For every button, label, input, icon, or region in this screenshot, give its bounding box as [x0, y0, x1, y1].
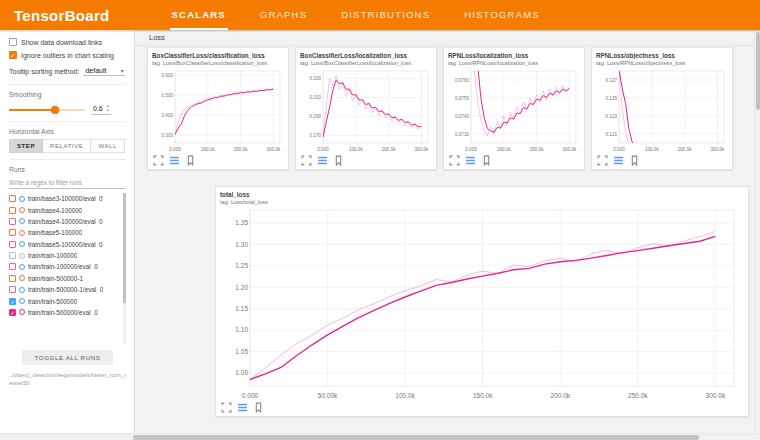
run-checkbox[interactable] — [9, 207, 16, 214]
svg-text:0.0740: 0.0740 — [455, 114, 469, 119]
run-list-item[interactable]: train/base4-100000/eval_0 — [9, 216, 120, 227]
run-checkbox[interactable] — [9, 263, 16, 270]
show-download-links-row[interactable]: Show data download links — [9, 38, 126, 46]
run-checkbox[interactable] — [9, 218, 16, 225]
run-list-item[interactable]: train/train-100000/eval_0 — [9, 261, 120, 272]
run-list-item[interactable]: train/base3-100000/eval_0 — [9, 193, 120, 204]
fullscreen-icon[interactable] — [597, 155, 608, 166]
run-color-swatch — [19, 218, 25, 224]
tab-scalars[interactable]: SCALARS — [170, 0, 228, 30]
line-chart[interactable]: 0.07300.07400.07500.07600.000100.0k200.0… — [448, 68, 580, 152]
svg-text:200.0k: 200.0k — [678, 147, 692, 152]
run-checkbox[interactable] — [9, 229, 16, 236]
smoothing-slider-knob[interactable] — [51, 106, 59, 114]
svg-text:0.600: 0.600 — [162, 73, 174, 78]
expand-data-icon[interactable] — [317, 155, 328, 166]
stepper-down-icon[interactable]: ▼ — [106, 109, 110, 114]
run-list-item[interactable]: train/train-500000-1 — [9, 273, 120, 284]
tab-graphs[interactable]: GRAPHS — [258, 0, 309, 30]
run-checkbox[interactable]: ✓ — [9, 309, 16, 316]
run-color-swatch — [19, 298, 25, 304]
toggle-all-runs-button[interactable]: TOGGLE ALL RUNS — [22, 350, 112, 365]
run-list-item[interactable]: train/train-500000-1/eval_0 — [9, 284, 120, 295]
chart-tag: tag: Loss/BoxClassifierLoss/localization… — [300, 60, 432, 66]
tooltip-sort-dropdown[interactable]: default ▾ — [83, 66, 125, 76]
axis-wall-button[interactable]: WALL — [91, 139, 125, 153]
axis-relative-button[interactable]: RELATIVE — [43, 139, 91, 153]
expand-data-icon[interactable] — [465, 155, 476, 166]
line-chart[interactable]: 0.1210.1230.1250.1270.000100.0k200.0k300… — [596, 68, 728, 152]
run-label: train/base4-100000 — [28, 207, 82, 214]
horizontal-scrollbar[interactable] — [0, 433, 760, 440]
tooltip-sort-label: Tooltip sorting method: — [9, 68, 79, 75]
ignore-outliers-row[interactable]: ✓ Ignore outliers in chart scaling — [9, 51, 126, 59]
svg-text:0.121: 0.121 — [606, 132, 618, 137]
run-checkbox[interactable] — [9, 195, 16, 202]
chart-card: BoxClassifierLoss/localization_loss tag:… — [295, 47, 437, 170]
pin-icon[interactable] — [629, 155, 640, 166]
smoothing-value-input[interactable]: 0.6 ▲ ▼ — [91, 104, 111, 115]
main-content: Loss BoxClassifierLoss/classification_lo… — [135, 30, 760, 433]
svg-text:1.30: 1.30 — [235, 241, 248, 248]
big-chart-slot: total_loss tag: Loss/total_loss 1.001.05… — [215, 186, 749, 417]
pin-icon[interactable] — [333, 155, 344, 166]
pin-icon[interactable] — [253, 402, 264, 413]
tab-distributions[interactable]: DISTRIBUTIONS — [339, 0, 432, 30]
run-color-swatch — [19, 241, 25, 247]
run-list-item[interactable]: train/base4-100000 — [9, 204, 120, 215]
horizontal-axis-toggle: STEP RELATIVE WALL — [9, 139, 126, 153]
run-checkbox[interactable] — [9, 275, 16, 282]
fullscreen-icon[interactable] — [301, 155, 312, 166]
run-color-swatch — [19, 207, 25, 213]
svg-text:0.270: 0.270 — [310, 133, 322, 138]
svg-text:0.300: 0.300 — [162, 133, 174, 138]
svg-text:1.10: 1.10 — [235, 326, 248, 333]
smoothing-steppers[interactable]: ▲ ▼ — [106, 104, 110, 113]
show-download-links-checkbox[interactable] — [9, 38, 17, 46]
expand-data-icon[interactable] — [613, 155, 624, 166]
line-chart[interactable]: 0.2700.2900.3100.3300.000100.0k200.0k300… — [300, 68, 432, 152]
fullscreen-icon[interactable] — [449, 155, 460, 166]
run-label: train/base5-100000/eval_0 — [28, 241, 103, 248]
pin-icon[interactable] — [185, 155, 196, 166]
nav-tabs: SCALARS GRAPHS DISTRIBUTIONS HISTOGRAMS — [170, 0, 542, 30]
expand-data-icon[interactable] — [169, 155, 180, 166]
run-checkbox[interactable] — [9, 252, 16, 259]
pin-icon[interactable] — [481, 155, 492, 166]
runs-scrollbar-thumb[interactable] — [123, 193, 126, 303]
runs-filter-input[interactable]: Write a regex to filter runs — [9, 177, 126, 189]
line-chart[interactable]: 1.001.051.101.151.201.251.301.350.00050.… — [220, 207, 744, 399]
run-color-swatch — [19, 253, 25, 259]
line-chart[interactable]: 0.3000.4000.5000.6000.000100.0k200.0k300… — [152, 68, 284, 152]
chart-toolbar — [220, 399, 744, 416]
svg-text:100.0k: 100.0k — [645, 147, 659, 152]
vertical-scrollbar[interactable] — [754, 30, 760, 433]
run-list-item[interactable]: ✓ train/train-500000/eval_0 — [9, 307, 120, 318]
run-list-item[interactable]: train/train-100000 — [9, 250, 120, 261]
tooltip-sort-value: default — [85, 67, 106, 74]
app-header: TensorBoard SCALARS GRAPHS DISTRIBUTIONS… — [0, 0, 760, 30]
ignore-outliers-checkbox[interactable]: ✓ — [9, 51, 17, 59]
tab-histograms[interactable]: HISTOGRAMS — [462, 0, 542, 30]
run-checkbox[interactable] — [9, 241, 16, 248]
run-list-item[interactable]: ✓ train/train-500000 — [9, 295, 120, 306]
run-list-item[interactable]: train/base5-100000/eval_0 — [9, 239, 120, 250]
loss-group-header[interactable]: Loss — [135, 30, 760, 46]
horizontal-scrollbar-thumb[interactable] — [133, 435, 699, 440]
run-checkbox[interactable] — [9, 286, 16, 293]
chart-title: BoxClassifierLoss/classification_loss — [152, 52, 284, 59]
runs-scrollbar[interactable] — [123, 193, 126, 343]
fullscreen-icon[interactable] — [221, 402, 232, 413]
smoothing-slider[interactable] — [9, 109, 85, 111]
axis-step-button[interactable]: STEP — [9, 139, 43, 153]
run-list-item[interactable]: train/base5-100000 — [9, 227, 120, 238]
vertical-scrollbar-thumb[interactable] — [756, 32, 760, 110]
run-color-swatch — [19, 287, 25, 293]
expand-data-icon[interactable] — [237, 402, 248, 413]
chart-card: BoxClassifierLoss/classification_loss ta… — [147, 47, 289, 170]
fullscreen-icon[interactable] — [153, 155, 164, 166]
svg-text:0.000: 0.000 — [169, 147, 181, 152]
ignore-outliers-label: Ignore outliers in chart scaling — [21, 52, 114, 59]
svg-text:1.00: 1.00 — [235, 369, 248, 376]
run-checkbox[interactable]: ✓ — [9, 298, 16, 305]
